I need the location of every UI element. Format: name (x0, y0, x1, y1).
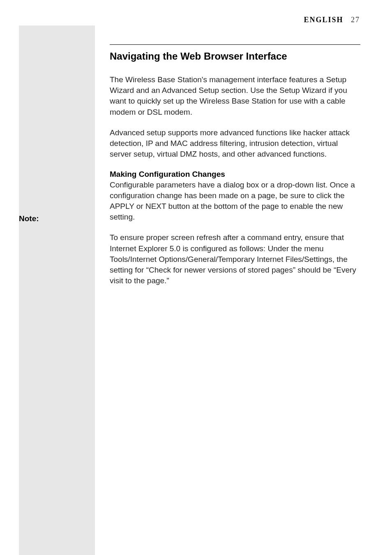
title-rule (110, 44, 360, 45)
paragraph-intro-1: The Wireless Base Station's management i… (110, 74, 360, 118)
main-content: Navigating the Web Browser Interface The… (110, 44, 360, 296)
section-title: Navigating the Web Browser Interface (110, 51, 360, 62)
paragraph-note: To ensure proper screen refresh after a … (110, 232, 360, 286)
paragraph-intro-2: Advanced setup supports more advanced fu… (110, 127, 360, 160)
sidebar-column (19, 25, 95, 555)
paragraph-config: Configurable parameters have a dialog bo… (110, 180, 360, 223)
header-language: ENGLISH (304, 16, 343, 24)
configuration-block: Making Configuration Changes Configurabl… (110, 170, 360, 223)
header-page-number: 27 (351, 16, 360, 24)
sub-heading-config: Making Configuration Changes (110, 170, 360, 179)
page-header: ENGLISH 27 (304, 16, 360, 24)
sidebar-note-label: Note: (19, 214, 39, 223)
